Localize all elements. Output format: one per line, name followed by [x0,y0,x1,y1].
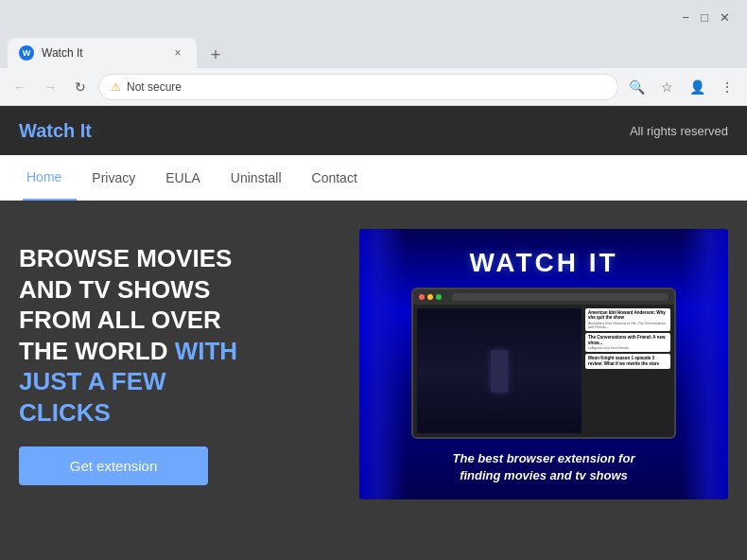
site-header: Watch It All rights reserved [0,106,747,155]
minimize-button[interactable]: − [677,9,696,26]
headline-line2: AND TV SHOWS [19,274,331,306]
hero-text: BROWSE MOVIES AND TV SHOWS FROM ALL OVER… [19,243,331,485]
navigation-bar: ← → ↻ ⚠ Not secure 🔍 ☆ 👤 ⋮ [0,68,747,106]
headline-line4: THE WORLD WITH [19,336,331,367]
window-title-bar: − □ ✕ [0,0,747,34]
promo-column: WATCH IT [359,229,728,499]
headline-line5: JUST A FEW [19,366,331,397]
nav-link-eula[interactable]: EULA [150,155,216,201]
profile-icon[interactable]: 👤 [685,75,709,99]
back-button[interactable]: ← [8,75,32,99]
promo-mockup: American Idol Howard Anderson: Why she q… [411,288,676,439]
get-extension-button[interactable]: Get extension [19,446,208,485]
promo-card: WATCH IT [359,229,728,499]
security-icon: ⚠ [111,80,121,94]
nav-link-uninstall[interactable]: Uninstall [216,155,297,201]
maximize-button[interactable]: □ [695,9,714,26]
promo-title: WATCH IT [469,248,617,278]
site-logo: Watch It [19,120,92,142]
tab-close-button[interactable]: × [170,45,185,61]
site-rights: All rights reserved [630,124,728,138]
refresh-button[interactable]: ↻ [68,75,93,99]
hero-headline: BROWSE MOVIES AND TV SHOWS FROM ALL OVER… [19,243,331,428]
menu-icon[interactable]: ⋮ [715,75,739,99]
address-bar[interactable]: ⚠ Not secure [98,74,618,100]
hero-section: BROWSE MOVIES AND TV SHOWS FROM ALL OVER… [0,201,747,518]
headline-line6: CLICKS [19,397,331,429]
search-icon[interactable]: 🔍 [624,75,649,99]
bookmark-icon[interactable]: ☆ [654,75,679,99]
nav-link-home[interactable]: Home [23,155,77,201]
website-content: Watch It All rights reserved Home Privac… [0,106,747,560]
tab-favicon: W [19,45,34,61]
new-tab-button[interactable]: + [202,42,229,68]
headline-line3: FROM ALL OVER [19,305,331,336]
close-button[interactable]: ✕ [714,9,736,26]
nav-link-contact[interactable]: Contact [297,155,373,201]
nav-link-privacy[interactable]: Privacy [77,155,150,201]
forward-button[interactable]: → [38,75,62,99]
security-label: Not secure [127,80,182,94]
promo-tagline: The best browser extension for finding m… [453,450,635,484]
tab-title: Watch It [42,46,163,60]
promo-inner: WATCH IT [359,229,728,499]
tab-strip: W Watch It × + [0,34,747,68]
site-navigation: Home Privacy EULA Uninstall Contact [0,155,747,201]
headline-line1: BROWSE MOVIES [19,243,331,274]
active-tab[interactable]: W Watch It × [8,38,197,68]
